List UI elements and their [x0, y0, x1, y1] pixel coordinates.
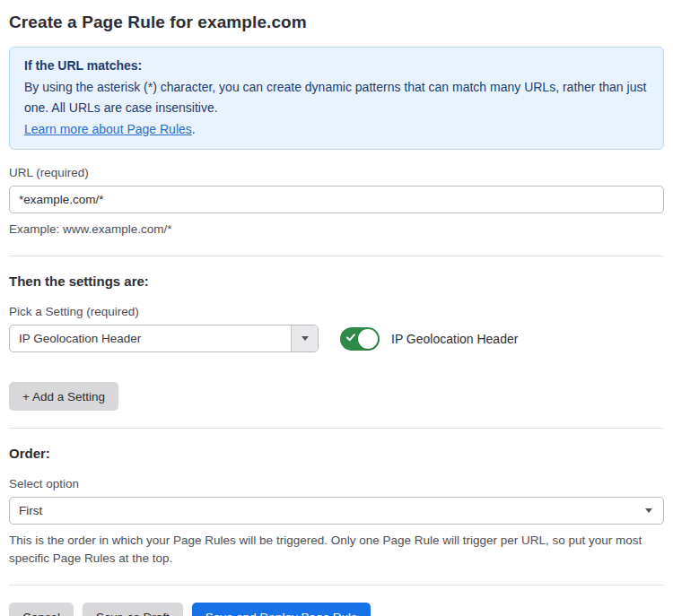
order-helper-text: This is the order in which your Page Rul…	[9, 532, 664, 568]
divider	[9, 428, 664, 429]
save-as-draft-button[interactable]: Save as Draft	[83, 603, 183, 616]
page-title: Create a Page Rule for example.com	[9, 13, 664, 32]
order-select-label: Select option	[9, 477, 664, 490]
url-input[interactable]	[9, 186, 664, 213]
check-icon	[345, 332, 356, 343]
toggle-knob	[358, 329, 378, 349]
info-box-heading: If the URL matches:	[24, 56, 649, 77]
order-select[interactable]: First	[9, 497, 664, 525]
cancel-button[interactable]: Cancel	[9, 603, 74, 616]
setting-select-value: IP Geolocation Header	[10, 325, 291, 351]
setting-select-arrow-button[interactable]	[291, 325, 318, 351]
create-page-rule-form: Create a Page Rule for example.com If th…	[0, 0, 673, 616]
caret-down-icon	[302, 336, 309, 341]
order-section-heading: Order:	[9, 446, 664, 461]
url-field-label: URL (required)	[9, 166, 664, 179]
toggle-label: IP Geolocation Header	[391, 332, 518, 346]
ip-geolocation-toggle[interactable]	[340, 327, 380, 351]
setting-select[interactable]: IP Geolocation Header	[9, 325, 319, 352]
link-suffix: .	[192, 122, 196, 136]
url-matches-info-box: If the URL matches: By using the asteris…	[9, 47, 664, 150]
divider	[9, 585, 664, 586]
footer-buttons: Cancel Save as Draft Save and Deploy Pag…	[9, 603, 664, 616]
caret-down-icon	[645, 508, 652, 513]
settings-section-heading: Then the settings are:	[9, 273, 664, 289]
url-example-helper: Example: www.example.com/*	[9, 221, 664, 239]
save-and-deploy-button[interactable]: Save and Deploy Page Rule	[192, 603, 371, 616]
setting-row: IP Geolocation Header IP Geolocation Hea…	[9, 325, 664, 352]
info-box-body: By using the asterisk (*) character, you…	[24, 77, 649, 119]
learn-more-link[interactable]: Learn more about Page Rules	[24, 122, 192, 136]
pick-setting-label: Pick a Setting (required)	[9, 305, 664, 318]
order-select-value: First	[10, 498, 663, 524]
add-setting-button[interactable]: + Add a Setting	[9, 382, 118, 411]
info-box-link-line: Learn more about Page Rules.	[24, 119, 649, 141]
divider	[9, 256, 664, 256]
